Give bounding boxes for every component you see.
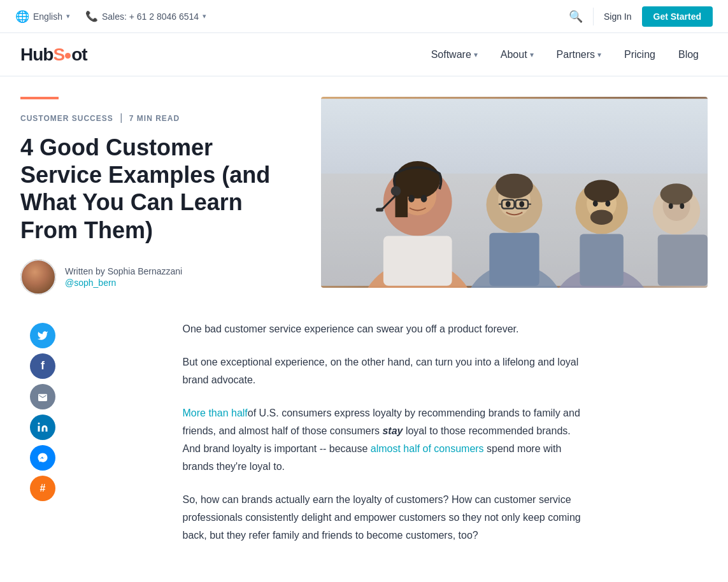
nav-links: Software ▾ About ▾ Partners ▾ Pricing Bl… [422, 44, 708, 66]
main-nav: HubSot Software ▾ About ▾ Partners ▾ Pri… [0, 33, 728, 76]
facebook-icon: f [41, 359, 45, 373]
svg-rect-38 [321, 99, 708, 286]
email-icon [37, 392, 48, 401]
nav-about-label: About [501, 49, 527, 60]
paragraph-3: More than halfof U.S. consumers express … [183, 404, 590, 476]
stay-text: stay [382, 425, 403, 436]
share-twitter-button[interactable] [30, 323, 55, 348]
top-bar: 🌐 English ▾ 📞 Sales: + 61 2 8046 6514 ▾ … [0, 0, 728, 33]
software-chevron-icon: ▾ [474, 50, 478, 59]
phone-chevron-icon: ▾ [203, 12, 206, 20]
nav-software[interactable]: Software ▾ [422, 44, 487, 66]
author-avatar [20, 259, 56, 295]
article-hero-image [321, 97, 708, 288]
author-row: Written by Sophia Bernazzani @soph_bern [20, 259, 301, 295]
share-messenger-button[interactable] [30, 445, 55, 471]
more-than-half-link[interactable]: More than half [183, 408, 248, 418]
divider [593, 8, 594, 25]
article-title: 4 Good Customer Service Examples (and Wh… [20, 134, 301, 244]
article-header: CUSTOMER SUCCESS | 7 MIN READ 4 Good Cus… [0, 76, 728, 295]
phone-number: Sales: + 61 2 8046 6514 [102, 11, 199, 22]
orange-bar [20, 97, 59, 99]
nav-partners-label: Partners [557, 49, 595, 60]
phone-info: 📞 Sales: + 61 2 8046 6514 ▾ [85, 10, 206, 22]
author-handle[interactable]: @soph_bern [65, 278, 182, 288]
nav-pricing-label: Pricing [624, 49, 655, 60]
chevron-down-icon: ▾ [66, 12, 70, 20]
share-hashtag-button[interactable]: # [30, 476, 55, 501]
share-facebook-button[interactable]: f [30, 353, 55, 379]
nav-pricing[interactable]: Pricing [615, 44, 664, 66]
article-separator: | [120, 112, 122, 123]
article-left: CUSTOMER SUCCESS | 7 MIN READ 4 Good Cus… [20, 97, 301, 295]
author-info: Written by Sophia Bernazzani @soph_bern [65, 266, 182, 288]
linkedin-icon [37, 422, 48, 433]
partners-chevron-icon: ▾ [597, 50, 601, 59]
svg-point-39 [38, 422, 40, 424]
top-bar-left: 🌐 English ▾ 📞 Sales: + 61 2 8046 6514 ▾ [15, 10, 206, 24]
nav-about[interactable]: About ▾ [492, 44, 543, 66]
twitter-icon [37, 330, 48, 341]
almost-half-link[interactable]: almost half of consumers [371, 443, 484, 454]
share-email-button[interactable] [30, 384, 55, 409]
paragraph-2: But one exceptional experience, on the o… [183, 353, 590, 389]
logo[interactable]: HubSot [20, 45, 87, 65]
language-label: English [33, 11, 62, 22]
globe-icon: 🌐 [15, 10, 29, 24]
paragraph-4: So, how can brands actually earn the loy… [183, 491, 590, 544]
hero-image-svg [321, 97, 708, 288]
hashtag-icon: # [40, 483, 46, 494]
nav-blog[interactable]: Blog [669, 44, 708, 66]
author-written: Written by Sophia Bernazzani [65, 266, 182, 276]
social-sidebar: f # [20, 320, 65, 560]
share-linkedin-button[interactable] [30, 415, 55, 440]
search-button[interactable]: 🔍 [569, 10, 583, 24]
nav-partners[interactable]: Partners ▾ [548, 44, 610, 66]
language-selector[interactable]: 🌐 English ▾ [15, 10, 70, 24]
article-read-time: 7 MIN READ [129, 114, 180, 123]
avatar-image [20, 259, 56, 295]
top-bar-right: 🔍 Sign In Get Started [569, 6, 713, 27]
nav-software-label: Software [431, 49, 471, 60]
article-meta: CUSTOMER SUCCESS | 7 MIN READ [20, 112, 301, 124]
about-chevron-icon: ▾ [530, 50, 534, 59]
article-body: One bad customer service experience can … [183, 320, 590, 560]
phone-icon: 📞 [85, 10, 98, 22]
sign-in-button[interactable]: Sign In [604, 11, 632, 22]
nav-blog-label: Blog [678, 49, 699, 60]
content-wrapper: f # One bad customer service experience … [0, 295, 728, 582]
paragraph-1: One bad customer service experience can … [183, 320, 590, 338]
article-category: CUSTOMER SUCCESS [20, 114, 113, 123]
get-started-button[interactable]: Get Started [642, 6, 713, 27]
messenger-icon [37, 452, 48, 464]
